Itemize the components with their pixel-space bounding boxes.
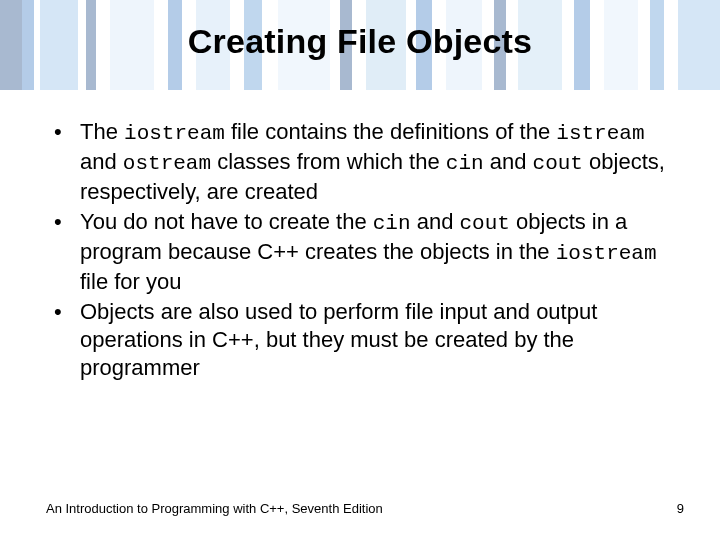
code-text: cin [446, 152, 484, 175]
text-run: Objects are also used to perform file in… [80, 299, 597, 380]
bullet-list: The iostream file contains the definitio… [46, 118, 680, 382]
text-run: file for you [80, 269, 182, 294]
footer-left: An Introduction to Programming with C++,… [46, 501, 383, 516]
bullet-item: The iostream file contains the definitio… [46, 118, 680, 206]
text-run: file contains the definitions of the [225, 119, 556, 144]
code-text: cout [460, 212, 510, 235]
bullet-item: You do not have to create the cin and co… [46, 208, 680, 296]
text-run: You do not have to create the [80, 209, 373, 234]
header-band: Creating File Objects [0, 0, 720, 90]
code-text: iostream [556, 242, 657, 265]
slide-content: The iostream file contains the definitio… [46, 118, 680, 384]
text-run: The [80, 119, 124, 144]
text-run: and [484, 149, 533, 174]
text-run: and [411, 209, 460, 234]
slide-title: Creating File Objects [0, 22, 720, 61]
code-text: cout [533, 152, 583, 175]
bullet-item: Objects are also used to perform file in… [46, 298, 680, 382]
code-text: istream [556, 122, 644, 145]
code-text: iostream [124, 122, 225, 145]
text-run: classes from which the [211, 149, 446, 174]
code-text: ostream [123, 152, 211, 175]
slide-number: 9 [677, 501, 684, 516]
text-run: and [80, 149, 123, 174]
code-text: cin [373, 212, 411, 235]
